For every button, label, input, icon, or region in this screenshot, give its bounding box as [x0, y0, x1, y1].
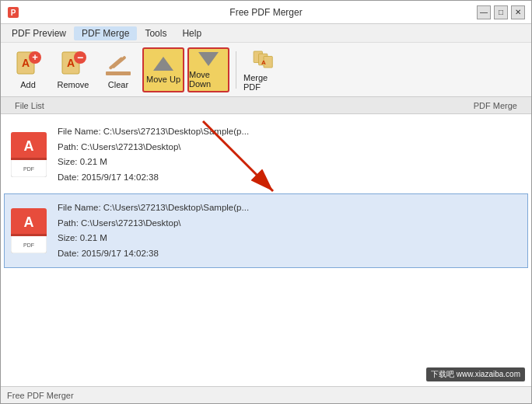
file-name: File Name: C:\Users\27213\Desktop\Sample…	[58, 200, 523, 216]
menu-help[interactable]: Help	[174, 26, 209, 40]
svg-text:PDF: PDF	[23, 166, 34, 172]
section-labels: File List PDF Merge	[1, 97, 531, 114]
svg-rect-16	[106, 71, 131, 75]
remove-label: Remove	[58, 80, 89, 89]
svg-text:A: A	[24, 138, 34, 154]
file-name: File Name: C:\Users\27213\Desktop\Sample…	[58, 124, 523, 140]
file-path: Path: C:\Users\27213\Desktop\	[58, 216, 523, 232]
move-down-icon	[197, 50, 220, 68]
svg-text:−: −	[77, 51, 83, 64]
menu-pdf-merge[interactable]: PDF Merge	[74, 26, 137, 40]
svg-rect-25	[11, 158, 47, 160]
file-date: Date: 2015/9/17 14:02:38	[58, 246, 523, 262]
menu-bar: PDF Preview PDF Merge Tools Help	[1, 24, 531, 43]
svg-text:+: +	[32, 51, 38, 63]
file-info: File Name: C:\Users\27213\Desktop\Sample…	[58, 200, 523, 261]
svg-text:A: A	[67, 57, 75, 69]
toolbar: A + Add A − Remove Clear	[1, 43, 531, 97]
file-size: Size: 0.21 M	[58, 155, 523, 170]
move-down-button[interactable]: Move Down	[187, 47, 229, 92]
file-info: File Name: C:\Users\27213\Desktop\Sample…	[58, 124, 523, 185]
svg-text:A: A	[261, 58, 266, 65]
clear-button[interactable]: Clear	[97, 47, 139, 92]
window-icon: P	[7, 6, 19, 19]
add-button[interactable]: A + Add	[7, 47, 49, 92]
title-bar: P Free PDF Merger — □ ✕	[1, 1, 531, 24]
merge-icon: A	[250, 48, 278, 71]
add-icon: A +	[14, 50, 42, 78]
file-date: Date: 2015/9/17 14:02:38	[58, 170, 523, 186]
svg-marker-17	[153, 57, 173, 71]
file-thumbnail: A PDF	[9, 207, 48, 254]
pdf-merge-label: PDF Merge	[466, 101, 525, 110]
file-size: Size: 0.21 M	[58, 231, 523, 246]
menu-tools[interactable]: Tools	[137, 26, 174, 40]
move-up-label: Move Up	[146, 75, 180, 84]
merge-pdf-label: Merge PDF	[243, 73, 284, 92]
status-bar: Free PDF Merger	[1, 386, 531, 403]
svg-text:PDF: PDF	[23, 242, 34, 248]
svg-rect-15	[108, 57, 123, 70]
file-path: Path: C:\Users\27213\Desktop\	[58, 140, 523, 155]
merge-pdf-button[interactable]: A Merge PDF	[243, 47, 285, 92]
move-up-button[interactable]: Move Up	[142, 47, 184, 92]
window-controls: — □ ✕	[477, 5, 525, 19]
svg-text:P: P	[11, 9, 16, 17]
main-window: P Free PDF Merger — □ ✕ PDF Preview PDF …	[0, 0, 532, 404]
maximize-button[interactable]: □	[494, 5, 508, 19]
close-button[interactable]: ✕	[511, 5, 525, 19]
svg-text:A: A	[24, 214, 34, 230]
window-title: Free PDF Merger	[229, 7, 302, 18]
file-item[interactable]: A PDF File Name: C:\Users\27213\Desktop\…	[4, 193, 528, 268]
add-label: Add	[20, 80, 36, 89]
minimize-button[interactable]: —	[477, 5, 491, 19]
move-up-icon	[152, 55, 175, 72]
svg-marker-18	[198, 52, 219, 66]
status-text: Free PDF Merger	[7, 391, 74, 400]
remove-button[interactable]: A − Remove	[52, 47, 94, 92]
toolbar-separator	[236, 51, 236, 89]
clear-icon	[104, 50, 132, 78]
file-item[interactable]: A PDF File Name: C:\Users\27213\Desktop\…	[4, 117, 528, 192]
svg-rect-30	[11, 234, 47, 236]
remove-icon: A −	[59, 50, 87, 78]
svg-text:A: A	[22, 57, 30, 69]
clear-label: Clear	[108, 80, 128, 89]
move-down-label: Move Down	[189, 70, 228, 89]
file-list-label: File List	[7, 101, 52, 110]
menu-pdf-preview[interactable]: PDF Preview	[4, 26, 74, 40]
file-thumbnail: A PDF	[9, 131, 48, 178]
file-list: A PDF File Name: C:\Users\27213\Desktop\…	[1, 114, 531, 386]
